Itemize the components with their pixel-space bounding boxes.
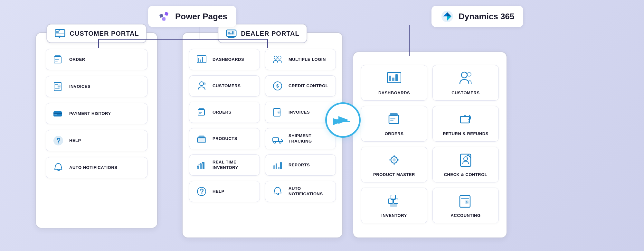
dyn-customers-label: CUSTOMERS bbox=[451, 90, 479, 96]
dyn-orders-item[interactable]: ORDERS bbox=[361, 106, 427, 142]
dealer-notifications-item[interactable]: AUTO NOTIFICATIONS bbox=[265, 181, 336, 202]
svg-rect-11 bbox=[55, 61, 58, 61]
dealer-inventory-item[interactable]: REAL TIME INVENTORY bbox=[189, 154, 260, 176]
customer-payment-item[interactable]: PAYMENT HISTORY bbox=[46, 103, 147, 124]
dealer-dashboards-item[interactable]: DASHBOARDS bbox=[189, 49, 260, 70]
dealer-products-label: PRODUCTS bbox=[213, 136, 237, 142]
dealer-orders-label: ORDERS bbox=[213, 110, 232, 115]
svg-text:$: $ bbox=[58, 85, 60, 88]
svg-rect-67 bbox=[392, 78, 394, 81]
svg-point-84 bbox=[464, 157, 468, 161]
line-pp-left bbox=[98, 39, 200, 40]
dynamics-title: Dynamics 365 bbox=[459, 12, 514, 22]
notifications-label: AUTO NOTIFICATIONS bbox=[69, 165, 117, 171]
svg-text:$: $ bbox=[278, 111, 279, 114]
svg-rect-54 bbox=[197, 166, 199, 169]
svg-rect-16 bbox=[55, 88, 60, 89]
dyn-product-label: PRODUCT MASTER bbox=[373, 172, 415, 178]
dealer-customers-item[interactable]: CUSTOMERS bbox=[189, 75, 260, 97]
power-pages-badge: Power Pages bbox=[148, 6, 236, 27]
svg-rect-30 bbox=[198, 58, 199, 62]
dyn-return-item[interactable]: RETURN & REFUNDS bbox=[432, 106, 499, 142]
dyn-check-item[interactable]: CHECK & CONTROL bbox=[432, 147, 499, 182]
svg-rect-0 bbox=[159, 14, 164, 18]
svg-point-63 bbox=[202, 193, 203, 194]
dealer-orders-icon bbox=[194, 105, 209, 119]
dyn-product-item[interactable]: PRODUCT MASTER bbox=[361, 147, 427, 182]
dyn-inventory-icon bbox=[386, 192, 402, 209]
dealer-portal-header-icon bbox=[225, 28, 237, 39]
dealer-help-icon bbox=[194, 184, 209, 199]
svg-rect-90 bbox=[461, 198, 469, 199]
svg-rect-51 bbox=[273, 138, 279, 142]
customer-help-item[interactable]: HELP bbox=[46, 130, 147, 151]
svg-rect-10 bbox=[55, 59, 59, 60]
svg-point-57 bbox=[202, 162, 203, 163]
dealer-help-item[interactable]: HELP bbox=[189, 181, 260, 202]
order-label: ORDER bbox=[69, 57, 85, 62]
svg-rect-74 bbox=[390, 118, 395, 119]
svg-point-37 bbox=[203, 82, 206, 85]
dealer-notifications-icon bbox=[270, 184, 285, 199]
dyn-inventory-item[interactable]: INVENTORY bbox=[361, 188, 427, 223]
svg-rect-42 bbox=[199, 112, 202, 113]
sync-icon bbox=[325, 102, 361, 138]
dyn-customers-icon bbox=[457, 70, 474, 87]
dealer-orders-item[interactable]: ORDERS bbox=[189, 102, 260, 123]
dealer-reports-item[interactable]: REPORTS bbox=[265, 154, 336, 176]
dyn-customers-item[interactable]: CUSTOMERS bbox=[432, 65, 499, 101]
customer-portal-title: CUSTOMER PORTAL bbox=[70, 30, 139, 37]
line-pp-dealer bbox=[267, 39, 268, 48]
svg-rect-32 bbox=[202, 57, 203, 62]
dyn-accounting-icon: $ bbox=[457, 192, 474, 209]
svg-rect-48 bbox=[197, 138, 206, 142]
dealer-shipment-item[interactable]: SHIPMENT TRACKING bbox=[265, 128, 336, 149]
shipment-icon bbox=[270, 132, 285, 146]
svg-point-36 bbox=[200, 82, 204, 86]
svg-rect-55 bbox=[200, 164, 202, 169]
svg-rect-41 bbox=[199, 108, 204, 110]
svg-rect-7 bbox=[56, 35, 61, 35]
customer-invoices-item[interactable]: $ INVOICES bbox=[46, 76, 147, 97]
order-icon bbox=[51, 52, 65, 67]
customer-order-item[interactable]: ORDER bbox=[46, 49, 147, 70]
svg-text:$: $ bbox=[466, 201, 468, 204]
dealer-portal-title: DEALER PORTAL bbox=[241, 30, 299, 37]
svg-rect-27 bbox=[232, 31, 233, 34]
dealer-customers-label: CUSTOMERS bbox=[213, 83, 241, 89]
svg-rect-59 bbox=[276, 163, 277, 169]
svg-rect-68 bbox=[395, 74, 398, 81]
svg-rect-75 bbox=[390, 120, 393, 121]
svg-rect-6 bbox=[56, 33, 64, 34]
svg-rect-26 bbox=[230, 33, 232, 34]
dyn-accounting-label: ACCOUNTING bbox=[450, 213, 480, 218]
svg-rect-73 bbox=[390, 113, 398, 116]
dyn-return-label: RETURN & REFUNDS bbox=[443, 131, 488, 137]
dealer-inventory-label: REAL TIME INVENTORY bbox=[213, 160, 254, 171]
svg-rect-9 bbox=[55, 55, 61, 57]
reports-label: REPORTS bbox=[289, 163, 310, 168]
dyn-check-icon bbox=[457, 152, 474, 168]
line-pp-down bbox=[200, 25, 200, 40]
dyn-dashboards-label: DASHBOARDS bbox=[378, 90, 410, 96]
dynamics-badge: Dynamics 365 bbox=[431, 6, 523, 27]
credit-control-label: CREDIT CONTROL bbox=[289, 83, 328, 89]
dealer-multilogin-item[interactable]: MULTIPLE LOGIN bbox=[265, 49, 336, 70]
dyn-accounting-item[interactable]: $ ACCOUNTING bbox=[432, 188, 499, 223]
dyn-dashboards-item[interactable]: DASHBOARDS bbox=[361, 65, 427, 101]
dealer-credit-item[interactable]: $ CREDIT CONTROL bbox=[265, 75, 336, 97]
dyn-inventory-label: INVENTORY bbox=[381, 213, 407, 218]
customer-notifications-item[interactable]: AUTO NOTIFICATIONS bbox=[46, 157, 147, 178]
invoices-label: INVOICES bbox=[69, 84, 90, 89]
payment-history-icon bbox=[51, 107, 65, 121]
dynamics-icon bbox=[440, 10, 454, 23]
power-pages-icon bbox=[157, 10, 171, 23]
dealer-products-item[interactable]: PRODUCTS bbox=[189, 128, 260, 149]
svg-rect-88 bbox=[390, 204, 397, 207]
svg-rect-13 bbox=[55, 84, 58, 85]
svg-rect-25 bbox=[228, 32, 230, 34]
multiple-login-label: MULTIPLE LOGIN bbox=[289, 57, 326, 62]
svg-point-20 bbox=[54, 136, 63, 145]
dyn-product-icon bbox=[386, 152, 402, 168]
svg-point-35 bbox=[278, 56, 281, 59]
